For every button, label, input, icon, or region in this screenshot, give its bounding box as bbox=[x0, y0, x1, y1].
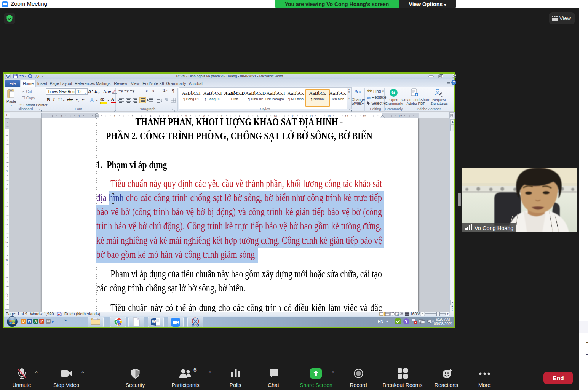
svg-text:4: 4 bbox=[5, 188, 8, 190]
svg-text:6: 6 bbox=[5, 223, 8, 225]
svg-text:15: 15 bbox=[363, 115, 366, 118]
svg-text:7: 7 bbox=[5, 241, 8, 243]
svg-text:11: 11 bbox=[292, 115, 295, 118]
svg-text:6: 6 bbox=[203, 115, 205, 118]
svg-text:17: 17 bbox=[399, 115, 402, 118]
svg-text:W: W bbox=[152, 320, 156, 324]
svg-text:13: 13 bbox=[328, 115, 331, 118]
svg-text:2: 2 bbox=[61, 115, 62, 118]
svg-text:2: 2 bbox=[5, 152, 8, 154]
svg-text:1: 1 bbox=[114, 115, 116, 118]
svg-text:7: 7 bbox=[221, 115, 223, 118]
svg-text:1: 1 bbox=[78, 115, 80, 118]
svg-text:Vo Cong Hoang: Vo Cong Hoang bbox=[475, 225, 513, 231]
svg-text:10: 10 bbox=[5, 293, 8, 297]
svg-text:12: 12 bbox=[310, 115, 313, 118]
svg-text:3: 3 bbox=[150, 115, 152, 118]
svg-text:A: A bbox=[35, 74, 38, 79]
svg-text:10: 10 bbox=[274, 115, 277, 118]
svg-text:14: 14 bbox=[345, 115, 348, 118]
svg-text:1: 1 bbox=[5, 134, 8, 136]
svg-text:9: 9 bbox=[257, 115, 259, 118]
svg-text:2: 2 bbox=[132, 115, 134, 118]
svg-text:4: 4 bbox=[168, 115, 169, 118]
svg-text:9: 9 bbox=[5, 277, 8, 278]
svg-text:W: W bbox=[6, 75, 10, 79]
svg-text:5: 5 bbox=[5, 205, 8, 207]
svg-text:8: 8 bbox=[239, 115, 241, 118]
svg-text:8: 8 bbox=[5, 259, 8, 261]
svg-text:3: 3 bbox=[5, 170, 8, 172]
svg-text:5: 5 bbox=[185, 115, 187, 118]
